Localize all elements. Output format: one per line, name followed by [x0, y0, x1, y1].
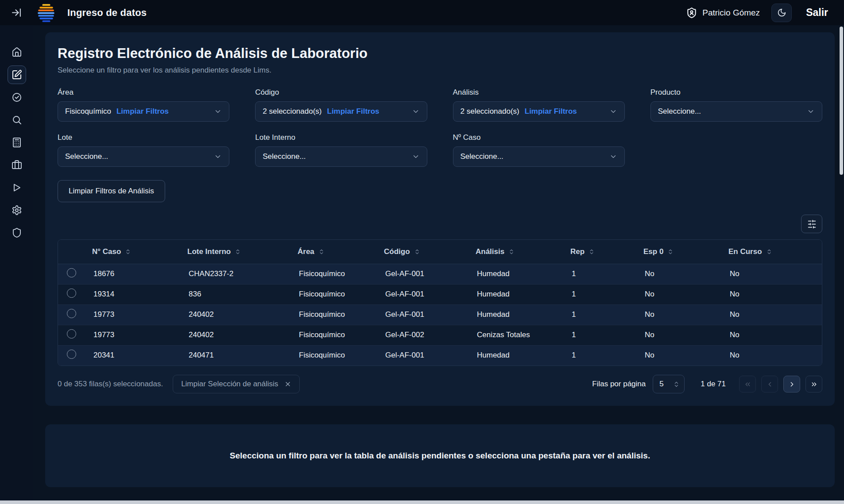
select-value: Seleccione...: [65, 152, 108, 161]
row-checkbox[interactable]: [67, 289, 76, 298]
filter-label: Lote Interno: [255, 133, 427, 142]
clear-analysis-filters-button[interactable]: Limpiar Filtros de Análisis: [58, 180, 165, 202]
chevrons-up-down-icon: [673, 381, 680, 388]
select-value: Seleccione...: [658, 107, 701, 116]
next-page-button[interactable]: [783, 376, 800, 392]
table-cell: No: [723, 284, 822, 304]
sort-icon: [414, 249, 420, 255]
select-value: Seleccione...: [263, 152, 306, 161]
table-footer: 0 de 353 filas(s) seleccionadas. Limpiar…: [58, 375, 822, 393]
sidebar-item-briefcase[interactable]: [8, 156, 26, 174]
header-checkbox-cell: [58, 240, 86, 264]
shield-icon: [12, 227, 22, 238]
sort-icon: [318, 249, 325, 255]
empty-state-card: Selecciona un filtro para ver la tabla d…: [45, 424, 835, 487]
clear-filter-link[interactable]: Limpiar Filtros: [327, 107, 379, 116]
column-settings-button[interactable]: [801, 215, 822, 233]
sort-icon: [667, 249, 674, 255]
collapse-sidebar-button[interactable]: [9, 5, 24, 20]
first-page-button[interactable]: [739, 376, 756, 392]
table-cell: Fisicoquímico: [292, 284, 378, 304]
empty-state-message: Selecciona un filtro para ver la tabla d…: [230, 451, 650, 461]
table-cell: 19773: [86, 325, 182, 345]
filter-select-codigo[interactable]: 2 seleccionado(s)Limpiar Filtros: [255, 101, 427, 122]
sidebar-item-approvals[interactable]: [8, 88, 26, 107]
sidebar-item-search[interactable]: [8, 111, 26, 129]
column-header[interactable]: Esp 0: [638, 240, 723, 264]
column-header[interactable]: N° Caso: [86, 240, 182, 264]
app-logo: [35, 2, 57, 23]
filter-select-producto[interactable]: Seleccione...: [650, 101, 822, 122]
filter-label: Nº Caso: [453, 133, 625, 142]
close-icon: [284, 381, 291, 388]
clear-filter-link[interactable]: Limpiar Filtros: [525, 107, 577, 116]
table-cell: Humedad: [470, 345, 565, 365]
horizontal-scrollbar[interactable]: [0, 500, 844, 504]
table-cell: No: [638, 325, 723, 345]
chevrons-right-icon: [810, 381, 818, 388]
table-cell: Humedad: [470, 264, 565, 284]
column-header[interactable]: Área: [292, 240, 378, 264]
filter-select-n-caso[interactable]: Seleccione...: [453, 146, 625, 167]
table-cell: 240402: [182, 325, 292, 345]
table-row: 18676CHAN2337-2FisicoquímicoGel-AF-001Hu…: [58, 264, 822, 284]
sidebar: [0, 25, 33, 504]
row-checkbox[interactable]: [67, 268, 76, 277]
table-cell: Gel-AF-001: [378, 284, 470, 304]
row-checkbox[interactable]: [67, 329, 76, 339]
table-cell: Gel-AF-002: [378, 325, 470, 345]
column-header[interactable]: Análisis: [470, 240, 565, 264]
table-cell: No: [723, 264, 822, 284]
sidebar-item-data-entry[interactable]: [8, 65, 26, 84]
rows-per-page-value: 5: [659, 380, 663, 389]
chevrons-left-icon: [744, 381, 751, 388]
column-header[interactable]: En Curso: [723, 240, 822, 264]
filter-analisis: Análisis2 seleccionado(s)Limpiar Filtros: [453, 88, 625, 122]
rows-per-page-select[interactable]: 5: [653, 375, 685, 393]
clear-filter-link[interactable]: Limpiar Filtros: [116, 107, 169, 116]
sidebar-item-home[interactable]: [8, 43, 26, 62]
table-row: 19314836FisicoquímicoGel-AF-001Humedad1N…: [58, 284, 822, 304]
moon-icon: [777, 8, 786, 17]
sliders-icon: [807, 219, 817, 229]
chevron-down-icon: [609, 153, 617, 161]
previous-page-button[interactable]: [761, 376, 778, 392]
logout-button[interactable]: Salir: [803, 6, 831, 19]
chevron-down-icon: [214, 108, 222, 115]
filter-select-lote-interno[interactable]: Seleccione...: [255, 146, 427, 167]
clear-selection-label: Limpiar Selección de análisis: [181, 380, 278, 389]
filter-select-analisis[interactable]: 2 seleccionado(s)Limpiar Filtros: [453, 101, 625, 122]
table-cell: 240471: [182, 345, 292, 365]
filter-label: Lote: [58, 133, 229, 142]
filter-select-area[interactable]: FisicoquímicoLimpiar Filtros: [58, 101, 229, 122]
filter-codigo: Código2 seleccionado(s)Limpiar Filtros: [255, 88, 427, 122]
vertical-scrollbar-thumb[interactable]: [840, 27, 843, 175]
sidebar-item-settings[interactable]: [8, 201, 26, 219]
sort-icon: [766, 249, 772, 255]
clear-selection-button[interactable]: Limpiar Selección de análisis: [173, 375, 300, 393]
select-value: Seleccione...: [461, 152, 503, 161]
sidebar-item-run[interactable]: [8, 178, 26, 197]
user-name: Patricio Gómez: [702, 8, 760, 18]
table-row: 20341240471FisicoquímicoGel-AF-001Humeda…: [58, 345, 822, 365]
user-chip: Patricio Gómez: [686, 7, 760, 19]
row-checkbox[interactable]: [67, 309, 76, 318]
chevron-down-icon: [609, 108, 617, 115]
sidebar-item-calculator[interactable]: [8, 133, 26, 152]
select-value: Fisicoquímico: [65, 107, 111, 116]
theme-toggle-button[interactable]: [771, 4, 792, 22]
table-cell: 1: [565, 345, 638, 365]
last-page-button[interactable]: [805, 376, 822, 392]
row-checkbox[interactable]: [67, 350, 76, 359]
page-title: Registro Electrónico de Análisis de Labo…: [58, 46, 822, 62]
column-header[interactable]: Lote Interno: [182, 240, 292, 264]
filter-producto: ProductoSeleccione...: [650, 88, 822, 122]
table-cell: 19314: [86, 284, 182, 304]
sidebar-item-security[interactable]: [8, 223, 26, 242]
filter-select-lote[interactable]: Seleccione...: [58, 146, 229, 167]
search-icon: [12, 115, 22, 125]
column-header[interactable]: Rep: [565, 240, 638, 264]
column-header[interactable]: Código: [378, 240, 470, 264]
page-indicator: 1 de 71: [701, 380, 726, 389]
table-cell: Fisicoquímico: [292, 264, 378, 284]
